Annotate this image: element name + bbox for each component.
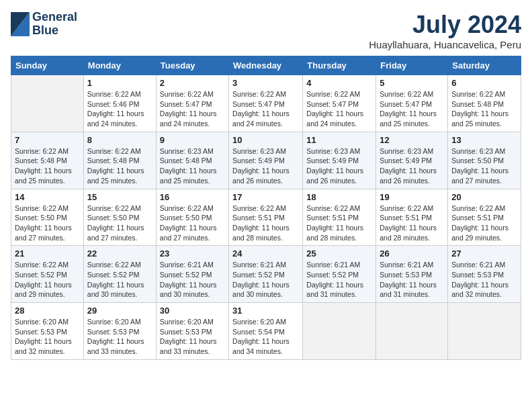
day-number: 10 <box>232 135 299 145</box>
day-info: Sunrise: 6:22 AM Sunset: 5:48 PM Dayligh… <box>87 146 152 186</box>
day-info: Sunrise: 6:22 AM Sunset: 5:51 PM Dayligh… <box>232 203 299 243</box>
day-number: 26 <box>380 248 444 259</box>
calendar-week-row: 14Sunrise: 6:22 AM Sunset: 5:50 PM Dayli… <box>11 189 521 246</box>
day-info: Sunrise: 6:22 AM Sunset: 5:47 PM Dayligh… <box>160 89 225 129</box>
calendar-cell: 12Sunrise: 6:23 AM Sunset: 5:49 PM Dayli… <box>376 132 448 189</box>
day-info: Sunrise: 6:21 AM Sunset: 5:53 PM Dayligh… <box>380 260 444 300</box>
day-number: 2 <box>160 78 225 88</box>
calendar-cell: 10Sunrise: 6:23 AM Sunset: 5:49 PM Dayli… <box>229 132 303 189</box>
day-number: 18 <box>306 192 372 202</box>
calendar-cell <box>11 75 84 132</box>
calendar-week-row: 21Sunrise: 6:22 AM Sunset: 5:52 PM Dayli… <box>11 246 521 303</box>
logo-line2: Blue <box>32 24 77 38</box>
calendar-cell: 6Sunrise: 6:22 AM Sunset: 5:48 PM Daylig… <box>448 75 521 132</box>
calendar-cell: 15Sunrise: 6:22 AM Sunset: 5:50 PM Dayli… <box>83 189 156 246</box>
calendar-cell: 28Sunrise: 6:20 AM Sunset: 5:53 PM Dayli… <box>11 303 84 360</box>
calendar-cell: 4Sunrise: 6:22 AM Sunset: 5:47 PM Daylig… <box>303 75 376 132</box>
calendar-cell: 31Sunrise: 6:20 AM Sunset: 5:54 PM Dayli… <box>229 303 303 360</box>
day-number: 17 <box>232 192 299 202</box>
calendar-cell: 27Sunrise: 6:21 AM Sunset: 5:53 PM Dayli… <box>448 246 521 303</box>
day-number: 16 <box>160 192 225 202</box>
day-info: Sunrise: 6:22 AM Sunset: 5:50 PM Dayligh… <box>160 203 225 243</box>
day-number: 29 <box>87 306 152 316</box>
day-info: Sunrise: 6:22 AM Sunset: 5:48 PM Dayligh… <box>451 89 517 129</box>
day-number: 23 <box>160 248 225 259</box>
day-number: 22 <box>87 248 152 259</box>
day-number: 1 <box>87 78 152 88</box>
calendar-cell: 20Sunrise: 6:22 AM Sunset: 5:51 PM Dayli… <box>448 189 521 246</box>
day-info: Sunrise: 6:22 AM Sunset: 5:52 PM Dayligh… <box>87 260 152 300</box>
title-block: July 2024 Huayllahuara, Huancavelica, Pe… <box>369 11 521 50</box>
day-info: Sunrise: 6:22 AM Sunset: 5:47 PM Dayligh… <box>380 89 444 129</box>
logo-line1: General <box>32 11 77 24</box>
day-info: Sunrise: 6:21 AM Sunset: 5:52 PM Dayligh… <box>232 260 299 300</box>
calendar-cell: 11Sunrise: 6:23 AM Sunset: 5:49 PM Dayli… <box>303 132 376 189</box>
day-info: Sunrise: 6:22 AM Sunset: 5:51 PM Dayligh… <box>306 203 372 243</box>
day-info: Sunrise: 6:23 AM Sunset: 5:48 PM Dayligh… <box>160 146 225 186</box>
day-info: Sunrise: 6:20 AM Sunset: 5:54 PM Dayligh… <box>232 317 299 357</box>
logo-icon <box>11 12 30 36</box>
day-info: Sunrise: 6:22 AM Sunset: 5:47 PM Dayligh… <box>232 89 299 129</box>
day-number: 14 <box>15 192 80 202</box>
day-info: Sunrise: 6:21 AM Sunset: 5:52 PM Dayligh… <box>306 260 372 300</box>
weekday-header: Thursday <box>303 56 376 75</box>
calendar-cell: 19Sunrise: 6:22 AM Sunset: 5:51 PM Dayli… <box>376 189 448 246</box>
calendar-cell: 23Sunrise: 6:21 AM Sunset: 5:52 PM Dayli… <box>156 246 228 303</box>
weekday-header: Saturday <box>448 56 521 75</box>
day-number: 25 <box>306 248 372 259</box>
day-number: 24 <box>232 248 299 259</box>
day-info: Sunrise: 6:20 AM Sunset: 5:53 PM Dayligh… <box>87 317 152 357</box>
day-info: Sunrise: 6:22 AM Sunset: 5:50 PM Dayligh… <box>87 203 152 243</box>
weekday-header: Wednesday <box>229 56 303 75</box>
calendar-cell: 17Sunrise: 6:22 AM Sunset: 5:51 PM Dayli… <box>229 189 303 246</box>
day-number: 6 <box>451 78 517 88</box>
day-info: Sunrise: 6:22 AM Sunset: 5:47 PM Dayligh… <box>306 89 372 129</box>
calendar-cell: 29Sunrise: 6:20 AM Sunset: 5:53 PM Dayli… <box>83 303 156 360</box>
weekday-header: Friday <box>376 56 448 75</box>
day-info: Sunrise: 6:23 AM Sunset: 5:49 PM Dayligh… <box>232 146 299 186</box>
calendar-cell: 2Sunrise: 6:22 AM Sunset: 5:47 PM Daylig… <box>156 75 228 132</box>
weekday-header: Tuesday <box>156 56 228 75</box>
day-info: Sunrise: 6:23 AM Sunset: 5:50 PM Dayligh… <box>451 146 517 186</box>
day-info: Sunrise: 6:21 AM Sunset: 5:52 PM Dayligh… <box>160 260 225 300</box>
calendar-week-row: 28Sunrise: 6:20 AM Sunset: 5:53 PM Dayli… <box>11 303 521 360</box>
calendar-week-row: 7Sunrise: 6:22 AM Sunset: 5:48 PM Daylig… <box>11 132 521 189</box>
day-number: 28 <box>15 306 80 316</box>
day-number: 20 <box>451 192 517 202</box>
calendar-cell: 30Sunrise: 6:20 AM Sunset: 5:53 PM Dayli… <box>156 303 228 360</box>
calendar-table: SundayMondayTuesdayWednesdayThursdayFrid… <box>11 56 521 360</box>
weekday-header: Monday <box>83 56 156 75</box>
calendar-header-row: SundayMondayTuesdayWednesdayThursdayFrid… <box>11 56 521 75</box>
calendar-cell: 24Sunrise: 6:21 AM Sunset: 5:52 PM Dayli… <box>229 246 303 303</box>
day-info: Sunrise: 6:23 AM Sunset: 5:49 PM Dayligh… <box>306 146 372 186</box>
day-info: Sunrise: 6:22 AM Sunset: 5:51 PM Dayligh… <box>380 203 444 243</box>
day-number: 30 <box>160 306 225 316</box>
day-number: 19 <box>380 192 444 202</box>
day-number: 21 <box>15 248 80 259</box>
day-number: 8 <box>87 135 152 145</box>
calendar-cell: 21Sunrise: 6:22 AM Sunset: 5:52 PM Dayli… <box>11 246 84 303</box>
day-number: 9 <box>160 135 225 145</box>
calendar-cell: 22Sunrise: 6:22 AM Sunset: 5:52 PM Dayli… <box>83 246 156 303</box>
calendar-cell: 5Sunrise: 6:22 AM Sunset: 5:47 PM Daylig… <box>376 75 448 132</box>
day-info: Sunrise: 6:23 AM Sunset: 5:49 PM Dayligh… <box>380 146 444 186</box>
day-info: Sunrise: 6:22 AM Sunset: 5:46 PM Dayligh… <box>87 89 152 129</box>
day-info: Sunrise: 6:22 AM Sunset: 5:51 PM Dayligh… <box>451 203 517 243</box>
calendar-cell <box>376 303 448 360</box>
calendar-cell: 13Sunrise: 6:23 AM Sunset: 5:50 PM Dayli… <box>448 132 521 189</box>
day-number: 13 <box>451 135 517 145</box>
calendar-cell: 18Sunrise: 6:22 AM Sunset: 5:51 PM Dayli… <box>303 189 376 246</box>
day-number: 12 <box>380 135 444 145</box>
calendar-cell <box>303 303 376 360</box>
calendar-cell: 8Sunrise: 6:22 AM Sunset: 5:48 PM Daylig… <box>83 132 156 189</box>
day-number: 3 <box>232 78 299 88</box>
location: Huayllahuara, Huancavelica, Peru <box>369 39 521 50</box>
day-number: 5 <box>380 78 444 88</box>
day-info: Sunrise: 6:22 AM Sunset: 5:50 PM Dayligh… <box>15 203 80 243</box>
calendar-cell: 1Sunrise: 6:22 AM Sunset: 5:46 PM Daylig… <box>83 75 156 132</box>
day-info: Sunrise: 6:22 AM Sunset: 5:52 PM Dayligh… <box>15 260 80 300</box>
day-number: 31 <box>232 306 299 316</box>
calendar-cell: 26Sunrise: 6:21 AM Sunset: 5:53 PM Dayli… <box>376 246 448 303</box>
day-number: 7 <box>15 135 80 145</box>
calendar-cell <box>448 303 521 360</box>
